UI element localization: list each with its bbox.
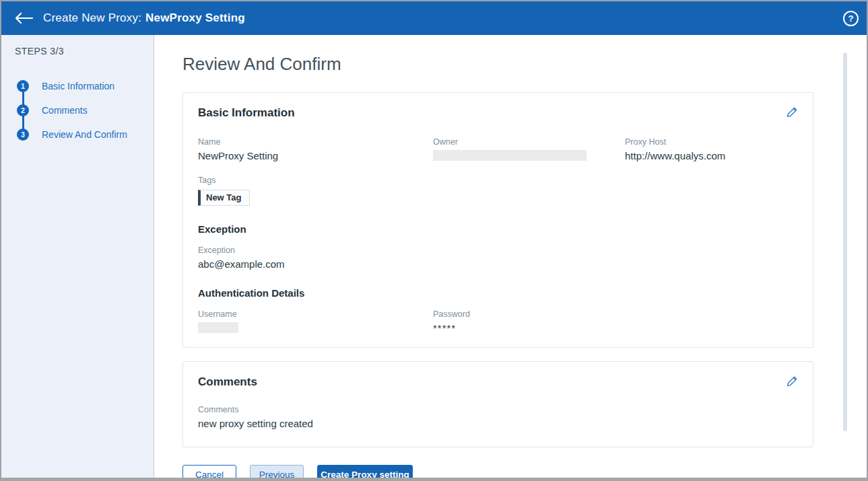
pencil-icon (787, 106, 798, 118)
exception-label: Exception (198, 246, 798, 255)
username-field: Username (198, 309, 433, 334)
comments-label: Comments (198, 405, 798, 414)
edit-comments-button[interactable] (787, 375, 798, 387)
name-value: NewProxy Setting (198, 150, 433, 161)
step-1-dot: 1 (17, 80, 29, 92)
edit-basic-information-button[interactable] (787, 106, 798, 118)
owner-redacted-value (433, 150, 587, 161)
exception-field: Exception abc@example.com (198, 246, 798, 270)
step-3-dot: 3 (17, 128, 29, 141)
tag-chip-label: New Tag (206, 192, 242, 202)
owner-field: Owner (433, 137, 625, 161)
step-2-dot: 2 (17, 104, 29, 116)
review-content: Review And Confirm Basic Information Nam… (154, 35, 867, 478)
password-label: Password (433, 309, 798, 319)
proxy-host-value: http://www.qualys.com (625, 150, 798, 161)
comments-value: new proxy setting created (198, 418, 798, 429)
comments-card: Comments Comments new proxy setting crea… (182, 361, 813, 447)
wizard-actions: Cancel Previous Create Proxy setting (182, 465, 834, 478)
name-field: Name NewProxy Setting (198, 137, 433, 161)
help-icon[interactable]: ? (843, 11, 859, 26)
comments-card-title: Comments (198, 375, 257, 389)
tags-label: Tags (198, 176, 798, 185)
username-redacted-value (198, 322, 238, 333)
steps-counter: STEPS 3/3 (15, 46, 154, 57)
pencil-icon (787, 375, 798, 387)
proxy-host-label: Proxy Host (625, 137, 798, 147)
comments-field: Comments new proxy setting created (198, 405, 798, 429)
window-title-name: NewProxy Setting (145, 11, 245, 24)
basic-information-card-title: Basic Information (198, 106, 295, 120)
page-title: Review And Confirm (182, 54, 834, 75)
cancel-button[interactable]: Cancel (182, 465, 236, 478)
window-title: Create New Proxy:NewProxy Setting (43, 11, 245, 25)
sidebar-step-review-confirm[interactable]: 3 Review And Confirm (15, 122, 154, 147)
basic-information-card: Basic Information Name NewProxy Setting (182, 92, 813, 348)
proxy-host-field: Proxy Host http://www.qualys.com (625, 137, 798, 161)
top-header: Create New Proxy:NewProxy Setting ? (1, 1, 867, 35)
authentication-section-title: Authentication Details (198, 287, 798, 299)
vertical-scrollbar-thumb[interactable] (843, 52, 847, 431)
name-label: Name (198, 137, 433, 147)
window-title-prefix: Create New Proxy: (43, 11, 141, 24)
username-label: Username (198, 309, 433, 319)
back-arrow-icon[interactable] (12, 8, 35, 28)
sidebar-step-basic-information[interactable]: 1 Basic Information (15, 74, 154, 98)
step-1-label: Basic Information (42, 81, 114, 91)
create-proxy-window: Create New Proxy:NewProxy Setting ? STEP… (0, 0, 868, 481)
password-value: ***** (433, 322, 798, 334)
step-2-label: Comments (42, 105, 88, 116)
steps-list: 1 Basic Information 2 Comments 3 Review … (15, 74, 154, 147)
steps-sidebar: STEPS 3/3 1 Basic Information 2 Comments… (1, 35, 154, 478)
exception-section-title: Exception (198, 223, 798, 235)
owner-label: Owner (433, 137, 625, 147)
step-3-label: Review And Confirm (42, 129, 127, 140)
create-proxy-setting-button[interactable]: Create Proxy setting (317, 465, 413, 478)
password-field: Password ***** (433, 309, 798, 334)
exception-value: abc@example.com (198, 258, 798, 270)
tag-chip: New Tag (198, 190, 250, 206)
sidebar-step-comments[interactable]: 2 Comments (15, 98, 154, 122)
tags-field: Tags New Tag (198, 176, 798, 206)
previous-button[interactable]: Previous (250, 465, 304, 478)
